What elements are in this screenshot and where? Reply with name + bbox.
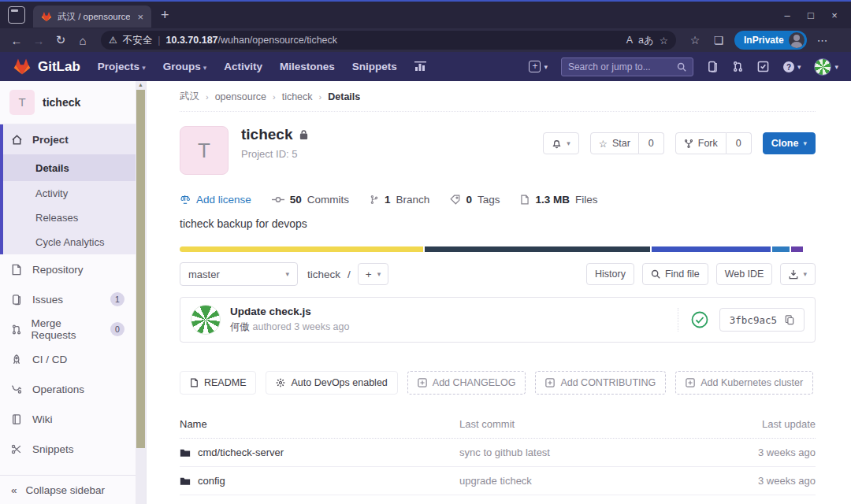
repo-path: ticheck / + ▾ xyxy=(307,263,388,285)
star-count[interactable]: 0 xyxy=(639,132,664,154)
nav-snippets[interactable]: Snippets xyxy=(352,61,397,72)
add-kubernetes-cluster-button[interactable]: Add Kubernetes cluster xyxy=(675,371,813,395)
sidebar-project-name: ticheck xyxy=(43,96,80,109)
sidebar-item-activity[interactable]: Activity xyxy=(3,181,136,206)
forward-icon[interactable]: → xyxy=(28,34,49,47)
file-name-link[interactable]: config xyxy=(198,475,225,487)
browser-menu-icon[interactable]: ⋯ xyxy=(812,34,834,46)
add-changelog-button[interactable]: Add CHANGELOG xyxy=(407,371,526,395)
pipeline-passed-icon[interactable] xyxy=(691,311,708,328)
tags-stat[interactable]: 0 Tags xyxy=(450,194,500,206)
translate-icon[interactable]: aあ xyxy=(638,34,654,47)
browser-tab[interactable]: 武汉 / opensource / ticheck · Gi × xyxy=(33,6,151,28)
issues-icon[interactable] xyxy=(707,61,719,72)
gitlab-logo[interactable]: GitLab xyxy=(13,57,80,76)
download-button[interactable]: ▾ xyxy=(780,263,816,285)
breadcrumb-subgroup[interactable]: opensource xyxy=(215,91,266,102)
readme-button[interactable]: README xyxy=(180,371,256,395)
fork-count[interactable]: 0 xyxy=(727,132,752,154)
tab-actions-icon[interactable] xyxy=(8,6,25,24)
file-name-link[interactable]: cmd/ticheck-server xyxy=(198,447,284,458)
breadcrumb-separator: › xyxy=(273,92,276,102)
search-box[interactable] xyxy=(561,57,693,76)
table-row[interactable]: cmd/ticheck-server sync to github latest… xyxy=(180,439,816,467)
sidebar-item-repository[interactable]: Repository xyxy=(0,254,136,284)
plus-square-icon xyxy=(545,378,555,387)
table-row[interactable]: config upgrade ticheck 3 weeks ago xyxy=(180,467,816,495)
collections-icon[interactable]: ❏ xyxy=(708,34,730,46)
back-icon[interactable]: ← xyxy=(6,34,27,47)
breadcrumb-project[interactable]: ticheck xyxy=(282,91,313,102)
sidebar-item-wiki[interactable]: Wiki xyxy=(0,404,136,434)
files-stat[interactable]: 1.3 MB Files xyxy=(520,194,597,206)
notifications-dropdown[interactable]: ▾ xyxy=(543,132,579,154)
add-file-button[interactable]: + ▾ xyxy=(358,263,388,285)
sidebar-item-releases[interactable]: Releases xyxy=(3,206,136,230)
table-row[interactable]: executor sync to github latest 3 weeks a… xyxy=(180,495,816,504)
history-button[interactable]: History xyxy=(586,263,634,285)
sidebar-item-merge-requests[interactable]: Merge Requests 0 xyxy=(0,314,136,344)
sidebar-item-cycle-analytics[interactable]: Cycle Analytics xyxy=(3,230,136,254)
sidebar-item-project[interactable]: Project xyxy=(3,124,136,154)
plus-square-icon xyxy=(686,378,695,387)
collapse-sidebar-button[interactable]: « Collapse sidebar xyxy=(0,475,136,504)
copy-icon[interactable] xyxy=(785,315,794,325)
commit-author[interactable]: 何傲 xyxy=(230,321,250,332)
sidebar-project-header[interactable]: T ticheck xyxy=(0,81,136,124)
window-close-button[interactable]: × xyxy=(823,9,846,21)
window-maximize-button[interactable]: □ xyxy=(799,9,823,21)
help-menu[interactable]: ? ▾ xyxy=(782,61,801,73)
web-ide-button[interactable]: Web IDE xyxy=(716,263,773,285)
column-name: Name xyxy=(180,418,459,430)
commit-sha-box[interactable]: 3fbc9ac5 xyxy=(719,308,805,332)
address-bar[interactable]: ⚠ 不安全 | 10.3.70.187/wuhan/opensource/tic… xyxy=(101,31,676,50)
inprivate-badge[interactable]: InPrivate xyxy=(734,31,807,50)
user-menu[interactable]: ▾ xyxy=(814,58,838,76)
sidebar-item-details[interactable]: Details xyxy=(3,154,136,181)
repo-root-link[interactable]: ticheck xyxy=(307,269,340,280)
auto-devops-button[interactable]: Auto DevOps enabled xyxy=(266,371,397,395)
refresh-icon[interactable]: ↻ xyxy=(50,33,71,47)
commits-stat[interactable]: 50 Commits xyxy=(272,194,349,206)
add-contributing-button[interactable]: Add CONTRIBUTING xyxy=(535,371,666,395)
tab-close-icon[interactable]: × xyxy=(136,11,145,23)
new-menu-button[interactable]: + ▾ xyxy=(529,61,548,72)
sidebar-item-issues[interactable]: Issues 1 xyxy=(0,284,136,314)
security-label[interactable]: 不安全 xyxy=(123,34,153,47)
scroll-up-arrow[interactable]: ▲ xyxy=(136,81,146,89)
branches-stat[interactable]: 1 Branch xyxy=(370,194,429,206)
search-input[interactable] xyxy=(568,61,672,72)
todos-icon[interactable] xyxy=(757,61,769,72)
breadcrumb-group[interactable]: 武汉 xyxy=(180,90,199,103)
scrollbar-thumb[interactable] xyxy=(136,90,145,448)
sidebar-item-snippets[interactable]: Snippets xyxy=(0,434,136,464)
browser-home-icon[interactable]: ⌂ xyxy=(72,34,93,47)
new-tab-button[interactable]: + xyxy=(161,7,169,24)
commit-message-link[interactable]: Update check.js xyxy=(230,306,349,317)
sidebar-item-operations[interactable]: Operations xyxy=(0,374,136,404)
sidebar-scrollbar[interactable]: ▲ xyxy=(136,81,146,504)
nav-groups[interactable]: Groups▾ xyxy=(163,61,207,72)
commit-message-link[interactable]: upgrade ticheck xyxy=(459,475,689,487)
branch-selector[interactable]: master ▾ xyxy=(180,262,298,286)
read-aloud-icon[interactable]: A xyxy=(626,35,633,46)
clone-button[interactable]: Clone ▾ xyxy=(763,132,816,154)
activity-chart-icon[interactable] xyxy=(414,61,426,72)
favorites-bar-icon[interactable]: ☆ xyxy=(684,34,706,46)
download-icon xyxy=(789,269,798,280)
nav-activity[interactable]: Activity xyxy=(224,61,262,72)
merge-requests-icon[interactable] xyxy=(732,61,744,72)
commit-message-link[interactable]: sync to github latest xyxy=(459,447,689,458)
nav-projects[interactable]: Projects▾ xyxy=(98,61,146,72)
window-minimize-button[interactable]: – xyxy=(775,9,799,21)
fork-button[interactable]: Fork xyxy=(675,132,727,154)
find-file-button[interactable]: Find file xyxy=(642,263,708,285)
insecure-warning-icon[interactable]: ⚠ xyxy=(109,35,117,46)
page-url[interactable]: 10.3.70.187/wuhan/opensource/ticheck xyxy=(166,35,338,46)
star-button[interactable]: ☆ Star xyxy=(590,132,639,154)
nav-milestones[interactable]: Milestones xyxy=(280,61,335,72)
add-license-link[interactable]: Add license xyxy=(180,194,251,206)
add-favorite-star-icon[interactable]: ☆ xyxy=(660,35,668,46)
language-bar[interactable] xyxy=(180,246,816,252)
sidebar-item-ci-cd[interactable]: CI / CD xyxy=(0,344,136,374)
